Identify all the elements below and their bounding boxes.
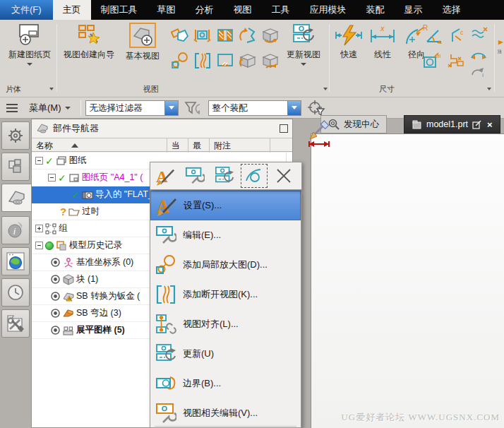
combo-drop-button[interactable] — [164, 101, 178, 115]
base-view-button[interactable]: 基本视图 — [120, 23, 165, 62]
panel-maximize-button[interactable] — [280, 124, 288, 133]
edit-tool-button[interactable] — [180, 163, 210, 189]
column-header-row: 名称 当 最 附注 — [32, 138, 292, 152]
menu-item-settings[interactable]: A 设置(S)... — [150, 191, 301, 220]
chevron-down-icon — [65, 107, 71, 109]
detail-view-icon[interactable] — [169, 49, 191, 72]
format-painter-cursor — [308, 120, 333, 150]
history-button[interactable] — [1, 278, 30, 307]
menu-tab-selection[interactable]: 选择 — [433, 0, 471, 20]
part-navigator-icon — [7, 189, 27, 207]
eye-icon — [50, 257, 61, 268]
edit-tab-icon[interactable] — [472, 120, 481, 129]
graphics-window[interactable]: UG爱好者论坛 WWW.UGSNX.COM — [311, 133, 504, 428]
assembly-navigator-button[interactable] — [1, 153, 30, 181]
detail-view-tool-button[interactable] — [241, 164, 268, 188]
arc-length-icon[interactable] — [469, 45, 488, 62]
collapse-icon[interactable] — [48, 174, 56, 182]
detail-magnify-icon — [155, 254, 176, 275]
settings-a-brush-icon: A — [156, 195, 177, 216]
column-current[interactable]: 当 — [167, 138, 188, 153]
menu-item-add-break-view[interactable]: 添加断开视图(K)... — [150, 280, 301, 309]
update-view-icon — [155, 343, 176, 364]
menu-tab-home[interactable]: 主页 — [53, 0, 91, 20]
hole-dimension-icon[interactable]: ØI — [422, 51, 442, 71]
note-button-clipped[interactable]: 注 — [497, 27, 504, 69]
collapse-icon[interactable] — [35, 157, 43, 165]
ordinate-dimension-icon[interactable] — [470, 24, 490, 44]
projected-view-icon[interactable] — [192, 24, 213, 47]
menu-tab-tools[interactable]: 工具 — [262, 0, 300, 20]
section-cut-icon[interactable] — [215, 24, 236, 47]
rotated-section-icon[interactable] — [237, 24, 258, 47]
eye-icon — [50, 274, 61, 285]
panel-header: 部件导航器 — [32, 119, 292, 138]
section-iso-icon[interactable] — [260, 49, 281, 72]
offset-dimension-icon[interactable] — [446, 51, 466, 71]
part-navigator-button[interactable] — [1, 184, 32, 212]
filter-reset-icon[interactable] — [184, 100, 203, 116]
expand-icon[interactable] — [35, 225, 43, 232]
update-view-button[interactable]: 更新视图 — [282, 23, 325, 66]
new-sheet-button[interactable]: 新建图纸页 — [7, 23, 52, 66]
column-name[interactable]: 名称 — [32, 138, 167, 153]
snap-point-icon[interactable] — [307, 100, 327, 117]
svg-text:I: I — [482, 72, 484, 78]
menu-tab-drafting-tools[interactable]: 制图工具 — [91, 0, 148, 20]
section-view-icon[interactable] — [169, 24, 191, 47]
chevron-down-icon[interactable] — [487, 88, 491, 90]
column-note[interactable]: 附注 — [210, 138, 270, 153]
linear-dimension-button[interactable]: x 线性 — [367, 24, 398, 61]
menu-tab-analysis[interactable]: 分析 — [186, 0, 224, 20]
svg-text:x: x — [380, 24, 385, 32]
hamburger-icon[interactable] — [6, 102, 18, 114]
scope-combo[interactable]: 整个装配 — [208, 100, 301, 116]
break-view-icon[interactable] — [192, 49, 213, 72]
chamfer-dimension-icon[interactable]: c — [449, 25, 467, 45]
edit-wrench-icon — [155, 225, 176, 246]
menu-item-view-dependent-edit[interactable]: 视图相关编辑(V)... — [150, 398, 301, 428]
close-tab-icon[interactable]: × — [487, 119, 493, 130]
cutaway-icon[interactable] — [237, 49, 258, 72]
settings-sidebar-button[interactable] — [1, 121, 30, 150]
collapse-icon[interactable] — [35, 242, 43, 249]
menu-item-edit[interactable]: 编辑(E)... — [150, 220, 301, 250]
menu-item-update[interactable]: 更新(U) — [150, 339, 301, 369]
close-toolbar-button[interactable] — [269, 163, 299, 189]
rapid-dimension-button[interactable]: 快速 — [333, 24, 364, 61]
menu-item-view-alignment[interactable]: 视图对齐(L)... — [150, 309, 301, 339]
menu-item-boundary[interactable]: 边界(B)... — [150, 369, 301, 398]
chevron-down-icon[interactable] — [49, 88, 54, 90]
angular-dimension-icon[interactable] — [424, 25, 445, 45]
clock-icon — [7, 284, 24, 301]
svg-text:A: A — [68, 297, 71, 301]
view-wizard-button[interactable]: 视图创建向导 — [61, 23, 117, 61]
selection-filter-combo[interactable]: 无选择过滤器 — [85, 100, 179, 116]
menu-button[interactable]: 菜单(M) — [23, 100, 76, 117]
chevron-down-icon — [27, 63, 32, 66]
update-tool-button[interactable] — [210, 163, 239, 189]
chevron-down-icon[interactable] — [323, 88, 328, 90]
column-latest[interactable]: 最 — [188, 138, 210, 153]
flat-pattern-icon — [63, 325, 74, 336]
tab-model1-prt[interactable]: model1.prt × — [404, 115, 500, 133]
menu-tab-assemblies[interactable]: 装配 — [356, 0, 395, 20]
half-section-icon[interactable] — [215, 49, 236, 72]
3d-section-icon[interactable] — [260, 24, 281, 47]
web-browser-button[interactable] — [1, 247, 30, 275]
history-node-icon — [56, 240, 67, 251]
menu-tab-file[interactable]: 文件(F) — [0, 0, 53, 20]
toolbox-button[interactable] — [1, 309, 30, 338]
settings-tool-button[interactable]: A — [150, 163, 180, 189]
view-edit-wrench-icon — [155, 403, 176, 424]
combo-drop-button[interactable] — [287, 101, 301, 115]
menu-tab-render[interactable]: 显示 — [395, 0, 433, 20]
thickness-dimension-icon[interactable]: I — [469, 64, 488, 81]
menu-tab-view[interactable]: 视图 — [224, 0, 262, 20]
eye-icon — [50, 325, 61, 335]
menu-item-add-detail-view[interactable]: 添加局部放大图(D)... — [150, 250, 301, 280]
menu-tab-application[interactable]: 应用模块 — [300, 0, 356, 20]
sheet-icon — [68, 172, 80, 184]
constraint-navigator-button[interactable]: i — [1, 216, 30, 244]
menu-tab-sketch[interactable]: 草图 — [148, 0, 186, 20]
